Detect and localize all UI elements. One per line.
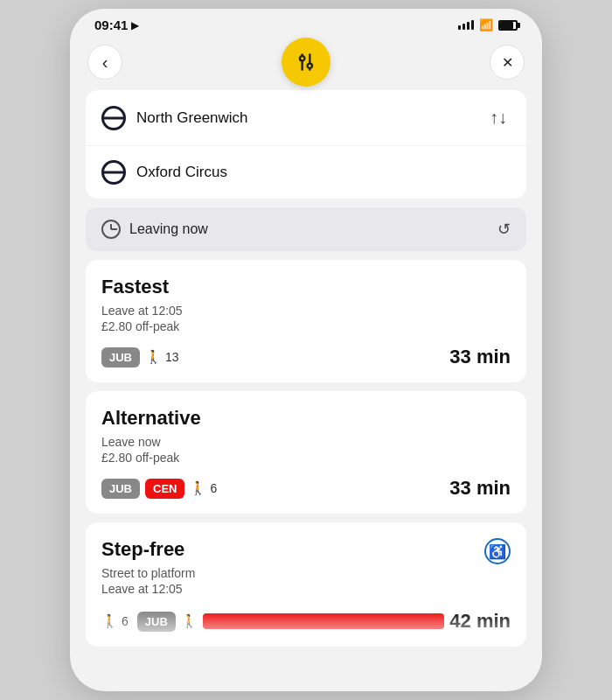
result-stepfree-detail2: Leave at 12:05 [101,582,195,596]
back-button[interactable]: ‹ [87,45,122,80]
close-button[interactable]: ✕ [490,45,525,80]
filter-icon [295,51,317,74]
tag-jubilee-alt: JUB [101,479,140,499]
result-alternative-footer: JUB CEN 🚶 6 33 min [101,477,511,500]
result-fastest-footer: JUB 🚶 13 33 min [101,346,511,368]
from-location-text: North Greenwich [136,109,476,127]
nav-header: ‹ ✕ [70,38,542,90]
filter-button[interactable] [282,38,330,87]
result-fastest-detail2: £2.80 off-peak [101,319,511,333]
result-fastest-title: Fastest [101,276,511,298]
location-arrow-icon: ▶ [131,19,139,32]
walk-info-alt: 🚶 6 [190,480,217,496]
result-alternative-detail1: Leave now [101,435,511,449]
status-bar: 09:41 ▶ 📶 [70,9,542,38]
to-location[interactable]: Oxford Circus [86,146,526,199]
walk-minutes-alt: 6 [210,481,217,495]
result-fastest[interactable]: Fastest Leave at 12:05 £2.80 off-peak JU… [86,260,526,382]
to-location-text: Oxford Circus [136,164,511,181]
close-icon: ✕ [502,54,513,71]
result-stepfree[interactable]: Step-free Street to platform Leave at 12… [86,522,526,647]
tfl-logo-from [101,106,126,130]
accessibility-icon: ♿ [484,538,511,564]
result-fastest-detail1: Leave at 12:05 [101,304,511,318]
leaving-time-label: Leaving now [129,221,208,237]
walk-icon: 🚶 [145,349,162,365]
tag-central-alt: CEN [145,479,184,499]
from-location[interactable]: North Greenwich ↑↓ [86,90,526,146]
signal-icon [458,20,474,30]
battery-icon [498,20,518,31]
status-time: 09:41 [94,18,128,32]
partial-overlay [86,612,526,647]
walk-minutes-fastest: 13 [165,350,179,364]
swap-button[interactable]: ↑↓ [486,104,511,131]
back-icon: ‹ [102,52,108,73]
result-alternative-title: Alternative [101,407,511,430]
result-alternative-detail2: £2.80 off-peak [101,451,511,465]
walk-icon-alt: 🚶 [190,480,206,496]
duration-fastest: 33 min [449,346,511,368]
tag-jubilee: JUB [101,347,140,368]
duration-alternative: 33 min [449,477,511,500]
result-stepfree-detail1: Street to platform [101,566,195,580]
route-card: North Greenwich ↑↓ Oxford Circus [86,90,526,199]
wifi-icon: 📶 [479,18,493,32]
result-fastest-tags: JUB 🚶 13 [101,347,179,368]
time-left: Leaving now [101,220,208,239]
phone-frame: 09:41 ▶ 📶 ‹ [70,9,542,691]
status-icons: 📶 [458,18,518,32]
result-alternative[interactable]: Alternative Leave now £2.80 off-peak JUB… [86,391,526,514]
time-card[interactable]: Leaving now ↺ [86,207,526,251]
result-stepfree-title: Step-free [101,538,195,561]
refresh-button[interactable]: ↺ [497,220,511,239]
walk-info-fastest: 🚶 13 [145,349,179,365]
tfl-logo-to [101,160,126,185]
clock-icon [101,220,121,239]
result-alternative-tags: JUB CEN 🚶 6 [101,479,217,499]
